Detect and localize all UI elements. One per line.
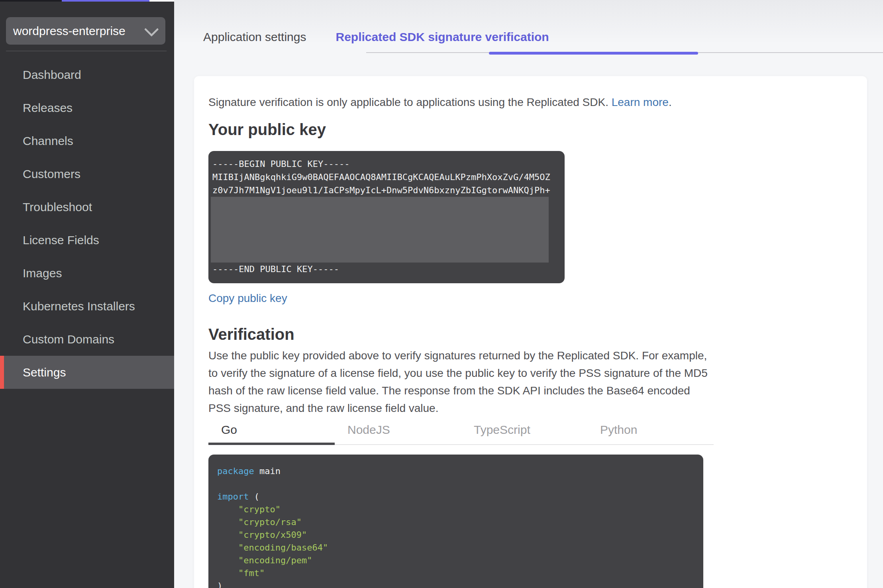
public-key-line: z0v7Jh7M1NgV1joeu9l1/IaCPsMpyIcL+Dnw5Pdv… bbox=[212, 184, 561, 197]
language-tab-nodejs[interactable]: NodeJS bbox=[335, 421, 461, 444]
copy-public-key-link[interactable]: Copy public key bbox=[208, 290, 287, 307]
learn-more-link[interactable]: Learn more bbox=[612, 96, 669, 108]
sidebar-divider bbox=[6, 51, 167, 51]
notice-text: Signature verification is only applicabl… bbox=[208, 96, 612, 108]
code-line: package main bbox=[217, 465, 695, 478]
sidebar: wordpress-enterprise DashboardReleasesCh… bbox=[0, 0, 174, 588]
tab-application-settings[interactable]: Application settings bbox=[190, 30, 319, 44]
public-key-heading: Your public key bbox=[208, 120, 714, 139]
language-tab-typescript[interactable]: TypeScript bbox=[461, 421, 587, 444]
public-key-block: -----BEGIN PUBLIC KEY-----MIIBIjANBgkqhk… bbox=[208, 151, 565, 283]
code-line: "fmt" bbox=[217, 567, 695, 580]
active-tab-underline bbox=[489, 52, 698, 55]
public-key-line: MIIBIjANBgkqhkiG9w0BAQEFAAOCAQ8AMIIBCgKC… bbox=[212, 171, 561, 184]
topbar-active-indicator bbox=[62, 0, 149, 2]
app-selector-dropdown[interactable]: wordpress-enterprise bbox=[6, 17, 165, 45]
sidebar-item-settings[interactable]: Settings bbox=[0, 356, 174, 389]
notice-suffix: . bbox=[669, 96, 672, 108]
sdk-verification-card: Signature verification is only applicabl… bbox=[194, 76, 867, 588]
tab-replicated-sdk-signature-verification[interactable]: Replicated SDK signature verification bbox=[323, 30, 562, 44]
settings-tab-bar: Application settingsReplicated SDK signa… bbox=[190, 22, 562, 52]
code-line: "encoding/base64" bbox=[217, 541, 695, 554]
code-line: "crypto/x509" bbox=[217, 529, 695, 541]
language-tab-python[interactable]: Python bbox=[587, 421, 714, 444]
sidebar-item-channels[interactable]: Channels bbox=[0, 124, 174, 157]
code-line: "crypto" bbox=[217, 503, 695, 516]
topbar-fragment-light bbox=[149, 0, 174, 2]
code-line: "encoding/pem" bbox=[217, 554, 695, 567]
public-key-line: -----BEGIN PUBLIC KEY----- bbox=[212, 157, 561, 171]
app-selector-value: wordpress-enterprise bbox=[13, 24, 126, 38]
sidebar-item-troubleshoot[interactable]: Troubleshoot bbox=[0, 190, 174, 223]
topbar-fragment-dark bbox=[0, 0, 62, 2]
code-line bbox=[217, 478, 695, 490]
chevron-down-icon bbox=[144, 22, 159, 37]
language-tab-bar: GoNodeJSTypeScriptPython bbox=[208, 421, 714, 445]
sidebar-item-releases[interactable]: Releases bbox=[0, 91, 174, 124]
code-line: import ( bbox=[217, 490, 695, 503]
sidebar-nav: DashboardReleasesChannelsCustomersTroubl… bbox=[0, 58, 174, 389]
language-tab-go[interactable]: Go bbox=[208, 421, 335, 444]
sidebar-item-custom-domains[interactable]: Custom Domains bbox=[0, 323, 174, 356]
sidebar-item-dashboard[interactable]: Dashboard bbox=[0, 58, 174, 91]
code-line: "crypto/rsa" bbox=[217, 516, 695, 529]
sidebar-item-customers[interactable]: Customers bbox=[0, 157, 174, 190]
go-code-block: package main import ( "crypto" "crypto/r… bbox=[208, 455, 703, 588]
sdk-notice-text: Signature verification is only applicabl… bbox=[208, 94, 714, 111]
sidebar-item-images[interactable]: Images bbox=[0, 257, 174, 290]
verification-heading: Verification bbox=[208, 325, 714, 344]
card-content: Signature verification is only applicabl… bbox=[194, 76, 714, 588]
public-key-line: -----END PUBLIC KEY----- bbox=[212, 263, 561, 276]
sidebar-item-kubernetes-installers[interactable]: Kubernetes Installers bbox=[0, 290, 174, 323]
verification-description: Use the public key provided above to ver… bbox=[208, 347, 714, 417]
code-line: ) bbox=[217, 580, 695, 588]
public-key-redacted-region bbox=[211, 197, 549, 263]
sidebar-item-license-fields[interactable]: License Fields bbox=[0, 223, 174, 257]
